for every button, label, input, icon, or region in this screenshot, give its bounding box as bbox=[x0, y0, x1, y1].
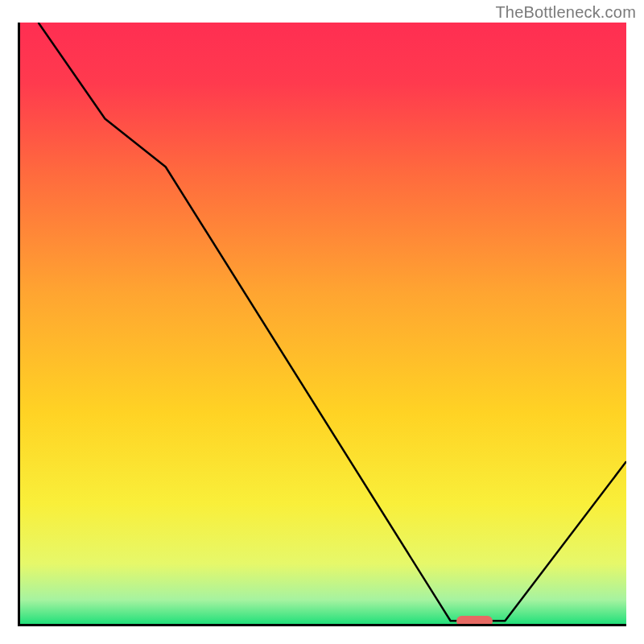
watermark-text: TheBottleneck.com bbox=[495, 3, 636, 22]
optimal-marker bbox=[456, 616, 493, 624]
bottleneck-curve bbox=[20, 23, 626, 624]
chart-axes bbox=[18, 23, 626, 626]
chart-plot-area bbox=[20, 23, 626, 624]
